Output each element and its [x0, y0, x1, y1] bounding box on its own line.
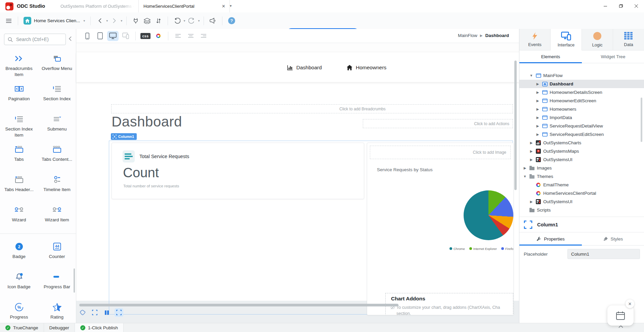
tree-item-mainflow[interactable]: ▼MainFlow	[519, 71, 644, 80]
canvas-horizontal-scrollbar[interactable]	[79, 304, 398, 306]
tree-item-homeservicesclientportal[interactable]: HomeServicesClientPortal	[519, 189, 644, 197]
show-hidden-content-icon[interactable]	[115, 308, 123, 317]
subtab-elements[interactable]: Elements	[519, 50, 582, 63]
tree-item-images[interactable]: ▶Images	[519, 164, 644, 172]
nav-item-homeowners[interactable]: Homeowners	[347, 65, 386, 71]
palette-item-wizard-item[interactable]: Wizard Item	[38, 202, 76, 232]
tree-scrollbar[interactable]	[641, 98, 642, 142]
chevron-down-icon[interactable]: ▼	[523, 175, 527, 178]
page-title[interactable]: Dashboard	[112, 114, 182, 130]
layers-icon[interactable]	[143, 16, 151, 26]
palette-item-tabs-content[interactable]: Tabs Content...	[38, 141, 76, 172]
chevron-right-icon[interactable]: ▶	[535, 107, 540, 111]
palette-item-tabs[interactable]: Tabs	[0, 141, 38, 172]
connect-plug-icon[interactable]	[132, 16, 140, 26]
tree-item-scripts[interactable]: Scripts	[519, 206, 644, 214]
desktop-preview-icon[interactable]	[107, 31, 119, 41]
chevron-right-icon[interactable]: ▶	[529, 158, 533, 161]
tree-item-dashboard[interactable]: ▶Dashboard	[519, 80, 644, 88]
tree-item-outsystemsui[interactable]: ▶OutSystemsUI	[519, 155, 644, 164]
style-classes-icon[interactable]	[153, 31, 164, 41]
canvas-vertical-scrollbar[interactable]	[514, 61, 517, 190]
back-button[interactable]	[96, 16, 104, 26]
palette-item-section-index[interactable]: Section Index	[38, 81, 76, 111]
tree-item-outsystemsmaps[interactable]: ▶OutSystemsMaps	[519, 147, 644, 155]
pie-chart[interactable]	[464, 190, 513, 240]
palette-item-tabs-header[interactable]: Tabs Header...	[0, 172, 38, 202]
tree-item-outsystemsui[interactable]: ▶OutSystemsUI	[519, 197, 644, 206]
help-icon[interactable]: ?	[227, 16, 235, 26]
tab-properties[interactable]: Properties	[519, 232, 582, 245]
chevron-down-icon[interactable]: ▼	[529, 74, 533, 77]
tree-item-homeowners[interactable]: ▶Homeowners	[519, 105, 644, 113]
kpi-card[interactable]: Total Service Requests Count Total numbe…	[112, 143, 364, 199]
chevron-right-icon[interactable]: ▶	[535, 124, 540, 128]
palette-item-timeline-item[interactable]: Timeline Item	[38, 172, 76, 202]
document-tab-inactive[interactable]: OutSystems Platform of OutSystems - p	[58, 0, 140, 12]
all-devices-preview-icon[interactable]	[120, 31, 131, 41]
announcements-icon[interactable]	[209, 16, 217, 26]
align-left-icon[interactable]	[172, 31, 184, 41]
search-input[interactable]	[15, 36, 60, 42]
actions-placeholder[interactable]: Click to add Actions	[363, 119, 513, 128]
column1-chip[interactable]: Column1	[111, 133, 137, 140]
chevron-right-icon[interactable]: ▶	[535, 90, 540, 94]
palette-item-submenu[interactable]: Submenu	[38, 111, 76, 141]
chevron-right-icon[interactable]: ▶	[523, 166, 527, 170]
tree-item-servicerequestdetailview[interactable]: ▶ServiceRequestDetailView	[519, 122, 644, 130]
palette-item-counter[interactable]: 44 Counter	[38, 238, 76, 269]
subtab-widget-tree[interactable]: Widget Tree	[582, 50, 644, 63]
debugger-tab[interactable]: Debugger	[44, 323, 75, 332]
close-floating-widget-icon[interactable]: ✕	[626, 299, 634, 308]
tab-list-caret-icon[interactable]: ▾	[230, 4, 232, 8]
chevron-right-icon[interactable]: ▶	[529, 141, 533, 145]
nav-item-dashboard[interactable]: Dashboard	[287, 65, 322, 71]
forward-history-caret-icon[interactable]: ▾	[121, 19, 122, 23]
palette-item-icon-badge[interactable]: Icon Badge	[0, 269, 38, 299]
redo-caret-icon[interactable]: ▾	[198, 19, 200, 23]
tab-styles[interactable]: Styles	[582, 232, 644, 245]
tree-item-homeownerdetailsscreen[interactable]: ▶HomeownerDetailsScreen	[519, 88, 644, 97]
placeholder-property-input[interactable]	[567, 249, 640, 259]
tree-item-emailtheme[interactable]: EmailTheme	[519, 181, 644, 189]
palette-item-breadcrumbs-item[interactable]: Breadcrumbs Item	[0, 50, 38, 81]
hamburger-menu-icon[interactable]	[5, 16, 13, 26]
palette-item-wizard[interactable]: Wizard	[0, 202, 38, 232]
show-placeholders-icon[interactable]	[90, 308, 99, 317]
module-tab-data[interactable]: Data	[613, 29, 644, 50]
chart-card[interactable]: Click to add Image Service Requests by S…	[367, 143, 514, 315]
image-placeholder[interactable]: Click to add Image	[370, 146, 511, 159]
chevron-right-icon[interactable]: ▶	[529, 149, 533, 153]
tree-item-importdata[interactable]: ▶ImportData	[519, 113, 644, 122]
palette-item-progress[interactable]: % Progress	[0, 299, 38, 323]
tree-item-servicerequesteditscreen[interactable]: ▶ServiceRequestEditScreen	[519, 130, 644, 139]
phone-preview-icon[interactable]	[82, 31, 93, 41]
tablet-preview-icon[interactable]	[94, 31, 106, 41]
close-tab-icon[interactable]: ✕	[218, 4, 229, 9]
forward-button[interactable]	[110, 16, 118, 26]
align-center-icon[interactable]	[185, 31, 197, 41]
palette-item-progress-bar[interactable]: Progress Bar	[38, 269, 76, 299]
chevron-right-icon[interactable]: ▶	[535, 116, 540, 119]
back-history-caret-icon[interactable]: ▾	[106, 19, 108, 23]
chevron-right-icon[interactable]: ▶	[535, 99, 540, 103]
chevron-right-icon[interactable]: ▶	[535, 82, 540, 86]
palette-search[interactable]	[4, 34, 66, 45]
align-right-icon[interactable]	[198, 31, 209, 41]
sort-arrows-icon[interactable]	[155, 16, 163, 26]
palette-item-rating[interactable]: Rating	[38, 299, 76, 323]
palette-item-badge[interactable]: 2 Badge	[0, 238, 38, 269]
widget-outline-toggle-icon[interactable]	[78, 308, 87, 317]
document-tab-active[interactable]: HomeServicesClientPortal ✕	[138, 0, 230, 12]
module-tab-logic[interactable]: Logic	[582, 29, 613, 50]
one-click-publish-tab[interactable]: ✓ 1-Click Publish	[75, 323, 124, 332]
module-tab-interface[interactable]: Interface	[551, 29, 582, 50]
app-selector[interactable]: Home Services Clien... ▾	[24, 17, 86, 25]
breadcrumbs-placeholder[interactable]: Click to add Breadcrumbs	[111, 104, 513, 113]
close-window-button[interactable]	[629, 0, 644, 12]
minimize-button[interactable]	[598, 0, 613, 12]
palette-item-overflow-menu[interactable]: Overflow Menu	[38, 50, 76, 81]
breadcrumb-parent[interactable]: MainFlow	[458, 33, 477, 38]
palette-scrollbar[interactable]	[74, 268, 75, 293]
undo-caret-icon[interactable]: ▾	[183, 19, 185, 23]
